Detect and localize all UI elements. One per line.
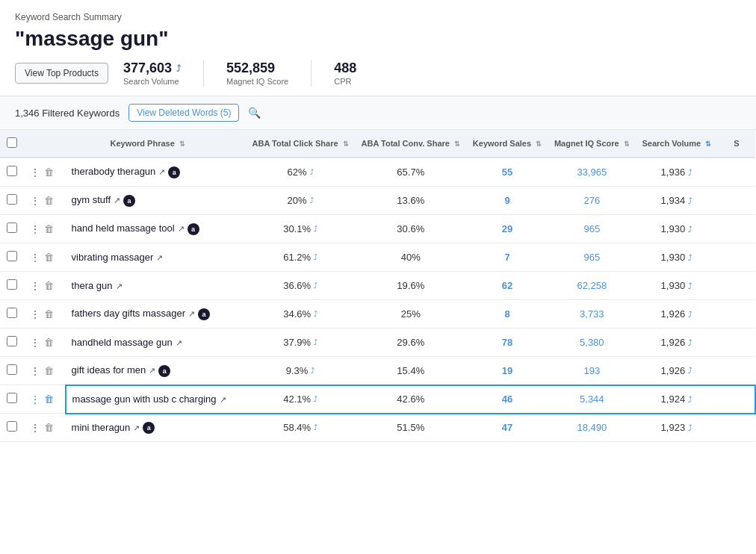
extra-header: S: [718, 130, 755, 158]
row-checkbox[interactable]: [7, 336, 17, 346]
row-checkbox-cell[interactable]: [0, 385, 24, 414]
aba-click-share-cell: 36.6%⤴: [246, 272, 355, 300]
amazon-badge[interactable]: a: [198, 308, 210, 320]
row-delete-button[interactable]: 🗑: [44, 166, 54, 178]
magnet-iq-cell: 62,258: [548, 272, 636, 300]
magnet-iq-cell: 18,490: [548, 414, 636, 442]
cpr-value: 488: [334, 60, 356, 76]
row-delete-button[interactable]: 🗑: [44, 280, 54, 291]
aba-conv-share-cell: 29.6%: [355, 329, 466, 357]
row-checkbox-cell[interactable]: [0, 357, 24, 385]
keyword-phrase-header[interactable]: Keyword Phrase ⇅: [66, 130, 247, 158]
keyword-text: hand held massage tool: [72, 222, 175, 234]
row-checkbox[interactable]: [7, 194, 17, 205]
aba-click-trend-icon: ⤴: [314, 338, 317, 346]
aba-click-share-header[interactable]: ABA Total Click Share ⇅: [246, 130, 355, 158]
aba-conv-share-cell: 19.6%: [355, 272, 466, 300]
amazon-badge[interactable]: a: [143, 422, 155, 434]
search-volume-header[interactable]: Search Volume ⇅: [636, 130, 717, 158]
row-more-options-button[interactable]: ⋮: [30, 280, 41, 292]
search-vol-trend-icon: ⤴: [688, 281, 693, 290]
amazon-badge[interactable]: a: [123, 195, 135, 207]
external-link-icon[interactable]: ↗: [188, 309, 195, 319]
row-checkbox-cell[interactable]: [0, 272, 24, 300]
aba-click-value: 36.6%: [283, 280, 311, 291]
external-link-icon[interactable]: ↗: [178, 224, 185, 234]
row-more-options-button[interactable]: ⋮: [30, 393, 41, 405]
aba-conv-share-cell: 42.6%: [355, 385, 466, 414]
aba-click-trend-icon: ⤴: [314, 423, 317, 432]
row-checkbox-cell[interactable]: [0, 215, 24, 243]
external-link-icon[interactable]: ↗: [156, 253, 163, 263]
row-more-options-button[interactable]: ⋮: [30, 337, 41, 349]
row-actions-cell: ⋮🗑: [24, 414, 65, 442]
external-link-icon[interactable]: ↗: [220, 395, 226, 405]
keyword-sales-cell: 55: [466, 158, 548, 187]
keyword-cell: gym stuff↗a: [66, 187, 247, 215]
external-link-icon[interactable]: ↗: [158, 167, 165, 177]
search-vol-trend-icon: ⤴: [688, 310, 693, 319]
row-actions-cell: ⋮🗑: [24, 329, 65, 357]
row-delete-button[interactable]: 🗑: [44, 393, 54, 405]
external-link-icon[interactable]: ↗: [116, 281, 123, 291]
row-checkbox[interactable]: [7, 251, 17, 261]
magnet-iq-header[interactable]: Magnet IQ Score ⇅: [548, 130, 636, 158]
row-delete-button[interactable]: 🗑: [44, 422, 54, 433]
row-delete-button[interactable]: 🗑: [44, 308, 54, 320]
row-checkbox-cell[interactable]: [0, 187, 24, 215]
row-more-options-button[interactable]: ⋮: [30, 422, 41, 434]
search-volume-label: Search Volume: [123, 77, 181, 86]
keyword-text: gym stuff: [72, 194, 111, 205]
aba-conv-share-header[interactable]: ABA Total Conv. Share ⇅: [355, 130, 466, 158]
magnet-iq-metric: 552,859 Magnet IQ Score: [226, 60, 288, 86]
aba-click-share-cell: 42.1%⤴: [246, 385, 355, 414]
row-more-options-button[interactable]: ⋮: [30, 252, 41, 264]
row-delete-button[interactable]: 🗑: [44, 223, 54, 234]
amazon-badge[interactable]: a: [188, 223, 199, 235]
row-checkbox-cell[interactable]: [0, 414, 24, 442]
row-more-options-button[interactable]: ⋮: [30, 223, 41, 235]
table-row: ⋮🗑gift ideas for men↗a9.3%⤴15.4%191931,9…: [0, 357, 755, 385]
row-delete-button[interactable]: 🗑: [44, 337, 54, 348]
extra-cell: [718, 385, 755, 414]
row-checkbox-cell[interactable]: [0, 158, 24, 187]
keyword-sales-header[interactable]: Keyword Sales ⇅: [466, 130, 548, 158]
aba-click-share-cell: 30.1%⤴: [246, 215, 355, 243]
row-checkbox-cell[interactable]: [0, 300, 24, 329]
row-checkbox[interactable]: [7, 393, 17, 403]
row-checkbox[interactable]: [7, 166, 17, 176]
amazon-badge[interactable]: a: [168, 166, 180, 178]
keyword-sales-cell: 9: [466, 187, 548, 215]
amazon-badge[interactable]: a: [158, 365, 170, 377]
select-all-header[interactable]: [0, 130, 24, 158]
aba-click-value: 9.3%: [286, 365, 309, 376]
external-link-icon[interactable]: ↗: [133, 423, 140, 433]
aba-click-share-cell: 62%⤴: [246, 158, 355, 187]
view-deleted-words-button[interactable]: View Deleted Words (5): [128, 104, 239, 122]
row-more-options-button[interactable]: ⋮: [30, 195, 41, 207]
aba-click-trend-icon: ⤴: [311, 367, 315, 375]
row-checkbox[interactable]: [7, 308, 17, 318]
external-link-icon[interactable]: ↗: [114, 196, 120, 205]
row-checkbox-cell[interactable]: [0, 243, 24, 272]
row-more-options-button[interactable]: ⋮: [30, 365, 41, 377]
keyword-cell: therabody theragun↗a: [66, 158, 247, 187]
view-top-products-button[interactable]: View Top Products: [15, 63, 108, 84]
external-link-icon[interactable]: ↗: [149, 366, 155, 376]
aba-conv-share-cell: 51.5%: [355, 414, 466, 442]
row-delete-button[interactable]: 🗑: [44, 365, 54, 376]
filter-search-icon[interactable]: 🔍: [248, 107, 261, 119]
row-more-options-button[interactable]: ⋮: [30, 308, 41, 320]
row-delete-button[interactable]: 🗑: [44, 195, 54, 206]
row-more-options-button[interactable]: ⋮: [30, 166, 41, 178]
row-checkbox[interactable]: [7, 364, 17, 375]
row-checkbox[interactable]: [7, 279, 17, 290]
row-delete-button[interactable]: 🗑: [44, 252, 54, 263]
select-all-checkbox[interactable]: [7, 137, 17, 148]
row-checkbox[interactable]: [7, 421, 17, 432]
row-checkbox[interactable]: [7, 222, 17, 233]
external-link-icon[interactable]: ↗: [176, 338, 182, 348]
row-checkbox-cell[interactable]: [0, 329, 24, 357]
extra-cell: [718, 272, 755, 300]
search-vol-trend-icon: ⤴: [688, 338, 693, 347]
